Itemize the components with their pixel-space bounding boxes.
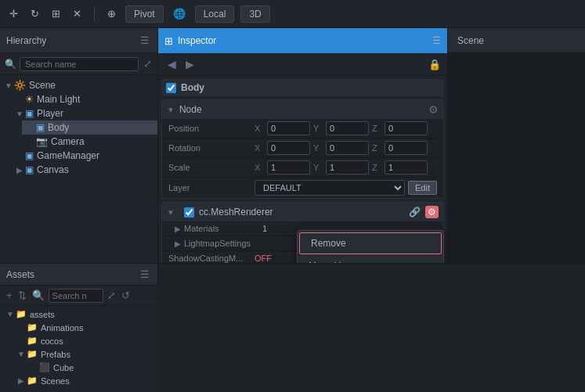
arrow-scene: ▼	[3, 81, 14, 90]
arrow-canvas: ▶	[14, 166, 25, 174]
lightmap-arrow: ▶	[175, 239, 181, 248]
rot-z-label: Z	[372, 143, 381, 153]
hierarchy-header: Hierarchy ☰	[0, 28, 157, 53]
tree-item-player[interactable]: ▼ ▣ Player	[11, 106, 157, 120]
tree-item-scene[interactable]: ▼ 🔆 Scene	[0, 78, 157, 92]
layer-select[interactable]: DEFAULT	[255, 180, 405, 196]
node-section: ▼ Node ⚙ Position X Y Z	[161, 99, 444, 199]
context-menu: Remove Move Up Move Down Copy Component …	[297, 230, 444, 263]
assets-search-input[interactable]	[49, 289, 103, 303]
rot-y-input[interactable]	[326, 141, 369, 155]
node-section-header[interactable]: ▼ Node ⚙	[162, 100, 443, 119]
pivot-button[interactable]: Pivot	[125, 5, 164, 23]
asset-prefabs[interactable]: ▼ 📁 Prefabs	[0, 347, 157, 361]
folder-cocos-icon: 📁	[27, 336, 38, 346]
nav-back-button[interactable]: ◀	[164, 56, 179, 72]
mesh-title: cc.MeshRenderer	[199, 207, 409, 218]
scene-label: Scene	[29, 80, 56, 91]
asset-animations[interactable]: 📁 Animations	[0, 321, 157, 334]
rot-x-label: X	[255, 143, 264, 153]
mesh-gear-icon[interactable]: ⚙	[425, 206, 439, 218]
ctx-remove[interactable]: Remove	[299, 232, 442, 254]
node-gear-icon[interactable]: ⚙	[428, 103, 439, 116]
camera-label: Camera	[51, 136, 85, 147]
rot-y-label: Y	[313, 143, 323, 153]
lock-icon[interactable]: 🔒	[428, 59, 441, 70]
hierarchy-search-input[interactable]	[20, 57, 139, 71]
assets-refresh-icon[interactable]: ↺	[120, 288, 132, 303]
hierarchy-panel: Hierarchy ☰ 🔍 ⤢ ↺ ▼ 🔆 Scene ☀ Main Light	[0, 28, 158, 263]
asset-cocos-label: cocos	[41, 336, 63, 346]
world-icon[interactable]: 🌐	[170, 6, 189, 21]
pos-z-input[interactable]	[385, 121, 428, 135]
assets-expand-icon[interactable]: ⤢	[106, 288, 117, 303]
refresh-icon[interactable]: ↻	[27, 6, 42, 21]
body-name: Body	[181, 82, 204, 93]
player-label: Player	[37, 108, 63, 119]
tree-item-body[interactable]: ▣ Body	[22, 120, 157, 135]
scale-z-input[interactable]	[385, 160, 428, 174]
mesh-section-header[interactable]: ▼ cc.MeshRenderer 🔗 ⚙	[162, 203, 443, 221]
inspector-outer: ⊞ Inspector ☰ ◀ ▶ 🔒 Body	[158, 28, 585, 263]
rotation-fields: X Y Z	[255, 141, 437, 155]
tree-item-canvas[interactable]: ▶ ▣ Canvas	[11, 163, 157, 177]
search-icon: 🔍	[5, 59, 16, 70]
assets-tree: ▼ 📁 assets 📁 Animations 📁 cocos ▼ 📁 Pref…	[0, 306, 157, 392]
tree-item-camera[interactable]: 📷 Camera	[22, 135, 157, 149]
arrow-prefabs: ▼	[16, 350, 27, 358]
assets-panel: Assets ☰ + ⇅ 🔍 ⤢ ↺ ▼ 📁 assets 📁 Animatio…	[0, 264, 158, 392]
grid-icon[interactable]: ⊞	[49, 6, 63, 21]
pos-y-input[interactable]	[326, 121, 369, 135]
assets-menu-icon[interactable]: ☰	[139, 267, 151, 282]
body-label: Body	[48, 122, 69, 133]
arrow-player: ▼	[14, 110, 25, 118]
node-title: Node	[179, 104, 428, 115]
nav-forward-button[interactable]: ▶	[182, 56, 197, 72]
sep1	[94, 7, 95, 21]
scene-icon: 🔆	[14, 80, 26, 91]
local-button[interactable]: Local	[195, 5, 235, 23]
asset-assets-label: assets	[30, 310, 55, 319]
mesh-arrow: ▼	[167, 208, 175, 217]
rot-x-input[interactable]	[267, 141, 310, 155]
folder-animations-icon: 📁	[27, 322, 38, 333]
mesh-checkbox[interactable]	[184, 207, 194, 218]
layer-edit-button[interactable]: Edit	[408, 181, 437, 195]
asset-cube[interactable]: ⬛ Cube	[0, 361, 157, 374]
assets-search-icon[interactable]: 🔍	[31, 288, 46, 303]
3d-button[interactable]: 3D	[240, 5, 269, 23]
tree-item-mainlight[interactable]: ☀ Main Light	[11, 92, 157, 106]
scale-fields: X Y Z	[255, 160, 437, 174]
assets-sort-icon[interactable]: ⇅	[16, 288, 28, 303]
shadow-label: ShadowCastingM...	[168, 254, 255, 263]
ctx-move-up[interactable]: Move Up	[298, 256, 443, 263]
rot-z-input[interactable]	[385, 141, 428, 155]
assets-add-icon[interactable]: +	[5, 288, 14, 303]
scale-x-label: X	[255, 163, 264, 172]
anchor-icon[interactable]: ⊕	[104, 6, 119, 21]
hierarchy-menu-icon[interactable]: ☰	[139, 33, 151, 48]
bottom-panels: Assets ☰ + ⇅ 🔍 ⤢ ↺ ▼ 📁 assets 📁 Animatio…	[0, 263, 585, 392]
scale-y-input[interactable]	[326, 160, 369, 174]
scene-title: Scene	[457, 35, 484, 46]
inspector-panel: ⊞ Inspector ☰ ◀ ▶ 🔒 Body	[158, 28, 448, 263]
inspector-menu-icon[interactable]: ☰	[432, 35, 441, 46]
body-icon: ▣	[36, 122, 45, 133]
body-checkbox[interactable]	[166, 83, 176, 93]
mesh-link-icon[interactable]: 🔗	[409, 207, 421, 218]
asset-scenes[interactable]: ▶ 📁 Scenes	[0, 374, 157, 387]
layer-row: Layer DEFAULT Edit	[162, 178, 443, 198]
scene-content[interactable]	[448, 53, 585, 263]
x-icon[interactable]: ✕	[70, 6, 85, 21]
pos-x-input[interactable]	[267, 121, 310, 135]
expand-icon[interactable]: ⤢	[142, 56, 153, 71]
tree-item-gamemanager[interactable]: ▣ GameManager	[11, 149, 157, 163]
arrow-scenes: ▶	[16, 376, 27, 385]
layer-label: Layer	[168, 183, 255, 192]
asset-cocos[interactable]: 📁 cocos	[0, 334, 157, 347]
move-icon[interactable]: ✛	[6, 6, 21, 21]
scale-x-input[interactable]	[267, 160, 310, 174]
asset-assets-root[interactable]: ▼ 📁 assets	[0, 307, 157, 321]
inspector-header: ⊞ Inspector ☰	[158, 28, 447, 53]
lightmap-label: LightmapSettings	[184, 239, 262, 248]
